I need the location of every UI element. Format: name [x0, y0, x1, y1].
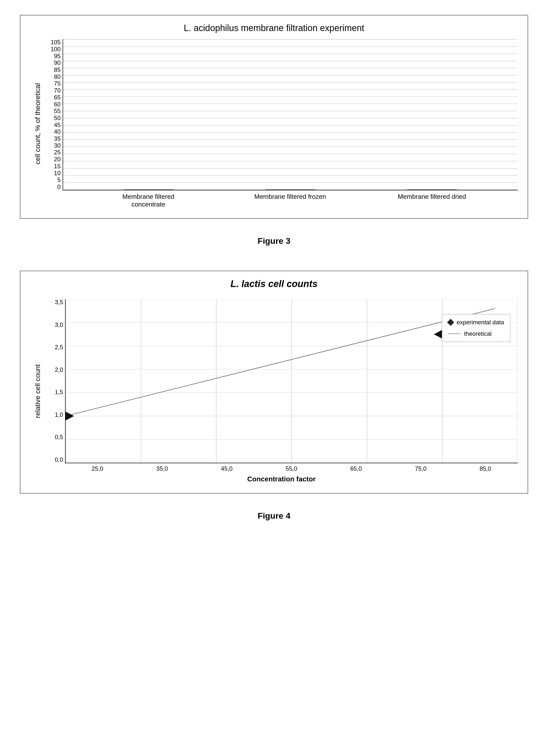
figure4-plot-area: 0,00,51,01,52,02,53,03,5 experimental da… [45, 299, 518, 463]
figure4-x-tick: 75,0 [388, 465, 453, 472]
figure3-bar-group [392, 189, 472, 190]
figure4-y-tick: 1,5 [45, 389, 65, 395]
figure3-title: L. acidophilus membrane filtration exper… [30, 23, 518, 33]
figure4-chart-with-axes: 0,00,51,01,52,02,53,03,5 experimental da… [45, 299, 518, 483]
figure4-legend: experimental data theoretical [442, 314, 510, 342]
figure3-y-tick: 50 [45, 115, 63, 121]
figure3-caption: Figure 3 [258, 236, 290, 246]
figure4-y-axis-label-container: relative cell count [30, 299, 45, 483]
figure4-scatter-plot: experimental data theoretical [65, 299, 518, 463]
figure3-y-axis-label: cell count, % of theoretical [34, 83, 42, 165]
figure4-container: L. lactis cell counts relative cell coun… [20, 271, 528, 494]
figure3-bars-row [63, 39, 518, 190]
figure4-y-tick: 3,0 [45, 322, 65, 328]
figure4-y-ticks: 0,00,51,01,52,02,53,03,5 [45, 299, 65, 463]
figure4-x-tick: 45,0 [195, 465, 259, 472]
figure3-y-tick: 25 [45, 149, 63, 155]
figure3-y-tick: 20 [45, 156, 63, 162]
figure3-chart-with-axes: 0510152025303540455055606570758085909510… [45, 39, 518, 208]
figure3-y-ticks: 0510152025303540455055606570758085909510… [45, 39, 63, 190]
legend-experimental: experimental data [448, 319, 504, 326]
figure4-y-tick: 3,5 [45, 299, 65, 305]
figure3-bar-group [109, 189, 189, 190]
figure3-y-tick: 75 [45, 81, 63, 86]
figure3-y-tick: 90 [45, 60, 63, 66]
figure4-x-tick: 55,0 [259, 465, 324, 472]
figure3-y-tick: 0 [45, 184, 63, 190]
legend-theoretical-label: theoretical [464, 330, 492, 337]
figure3-bar [266, 189, 315, 190]
figure3-x-label: Membrane filtered dried [392, 193, 472, 208]
figure3-y-tick: 35 [45, 136, 63, 142]
figure3-y-tick: 15 [45, 163, 63, 169]
figure3-y-tick: 10 [45, 170, 63, 176]
figure4-x-axis-label: Concentration factor [45, 475, 518, 483]
figure4-caption: Figure 4 [258, 511, 290, 521]
figure3-container: L. acidophilus membrane filtration exper… [20, 15, 528, 219]
figure4-y-axis-label: relative cell count [34, 364, 42, 418]
figure3-y-tick: 55 [45, 108, 63, 114]
figure3-bar-plot [63, 39, 518, 190]
figure4-y-tick: 2,5 [45, 344, 65, 350]
figure3-x-label: Membrane filtered concentrate [109, 193, 188, 208]
figure3-y-tick: 40 [45, 129, 63, 135]
figure3-y-tick: 65 [45, 94, 63, 100]
figure3-y-tick: 100 [45, 46, 63, 52]
figure4-y-tick: 2,0 [45, 367, 65, 373]
figure4-chart-area: relative cell count 0,00,51,01,52,02,53,… [30, 299, 518, 483]
figure3-y-tick: 60 [45, 101, 63, 107]
svg-line-15 [66, 309, 495, 416]
legend-experimental-label: experimental data [457, 319, 504, 326]
figure4-title: L. lactis cell counts [30, 279, 518, 289]
figure3-y-tick: 95 [45, 53, 63, 59]
figure3-y-tick: 5 [45, 177, 63, 183]
legend-diamond-icon [447, 319, 454, 326]
figure3-x-label: Membrane filtered frozen [251, 193, 330, 208]
figure4-x-ticks: 25,035,045,055,065,075,085,0 [65, 463, 518, 472]
figure4-x-tick: 65,0 [324, 465, 388, 472]
figure3-y-axis-label-container: cell count, % of theoretical [30, 39, 45, 208]
figure4-title-text: L. lactis cell counts [231, 279, 318, 289]
figure3-plot-area: 0510152025303540455055606570758085909510… [45, 39, 518, 190]
figure3-bar-group [251, 189, 330, 190]
figure4-x-tick: 85,0 [453, 465, 518, 472]
figure3-y-tick: 30 [45, 143, 63, 149]
figure3-x-labels: Membrane filtered concentrateMembrane fi… [63, 190, 518, 208]
figure4-x-tick: 25,0 [65, 465, 130, 472]
figure3-y-tick: 70 [45, 87, 63, 93]
figure3-y-tick: 45 [45, 122, 63, 128]
figure4-y-tick: 0,5 [45, 434, 65, 440]
legend-theoretical: theoretical [448, 330, 504, 337]
figure3-bar [407, 189, 457, 190]
legend-line-icon [448, 334, 461, 334]
figure3-y-tick: 85 [45, 67, 63, 73]
figure3-y-tick: 80 [45, 74, 63, 80]
figure4-y-tick: 1,0 [45, 412, 65, 418]
figure3-bar [124, 189, 174, 190]
scatter-point [66, 412, 74, 420]
figure4-y-tick: 0,0 [45, 457, 65, 463]
figure3-y-tick: 105 [45, 39, 63, 45]
figure4-x-tick: 35,0 [130, 465, 194, 472]
figure3-chart-area: cell count, % of theoretical 05101520253… [30, 39, 518, 208]
